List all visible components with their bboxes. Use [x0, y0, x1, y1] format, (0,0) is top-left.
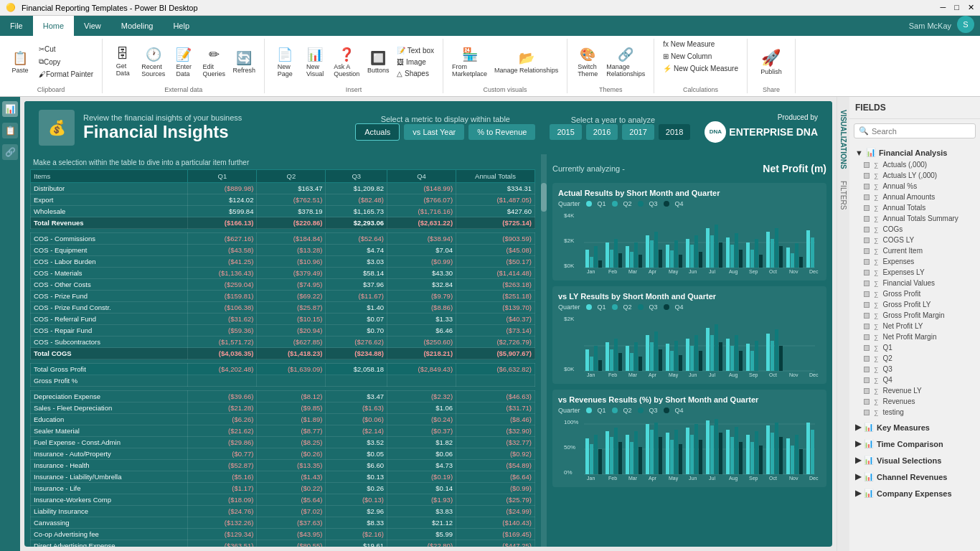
- switch-theme-button[interactable]: 🎨 SwitchTheme: [573, 45, 602, 79]
- new-quick-measure-button[interactable]: ⚡ New Quick Measure: [660, 63, 741, 74]
- table-row[interactable]: Education($6.26)($1.89)($0.06)($0.24)($8…: [31, 414, 535, 425]
- nav-report-icon[interactable]: 📊: [2, 101, 18, 117]
- field-group-header[interactable]: ▶📊Time Comparison: [855, 437, 974, 451]
- from-marketplace-button[interactable]: 🏪 FromMarketplace: [449, 45, 490, 79]
- image-button[interactable]: 🖼 Image: [394, 57, 437, 67]
- new-measure-button[interactable]: fx New Measure: [660, 39, 717, 50]
- tab-file[interactable]: File: [0, 16, 33, 36]
- tab-home[interactable]: Home: [33, 16, 74, 36]
- table-row[interactable]: Wholesale$599.84$378.19$1,165.73($1,716.…: [31, 206, 535, 217]
- table-row[interactable]: COS - Prize Fund Constr.($106.38)($25.87…: [31, 302, 535, 314]
- table-row[interactable]: COS - Labor Burden($41.25)($10.96)$3.03(…: [31, 256, 535, 268]
- year-2017-btn[interactable]: 2017: [622, 124, 654, 140]
- paste-button[interactable]: 📋 Paste: [6, 49, 34, 75]
- get-data-button[interactable]: 🗄 GetData: [108, 45, 137, 78]
- list-item[interactable]: ∑Q3: [855, 364, 974, 375]
- table-row[interactable]: COS - Subcontractors($1,571.72)($627.85)…: [31, 336, 535, 348]
- list-item[interactable]: ∑testing: [855, 407, 974, 418]
- copy-button[interactable]: ⧉ Copy: [36, 56, 96, 67]
- list-item[interactable]: ∑Actuals (,000): [855, 159, 974, 170]
- search-input[interactable]: [872, 127, 971, 136]
- cut-button[interactable]: ✂ Cut: [36, 44, 96, 55]
- year-2018-btn[interactable]: 2018: [659, 124, 690, 140]
- tab-filters[interactable]: FILTERS: [837, 175, 850, 215]
- minimize-btn[interactable]: ─: [941, 3, 946, 12]
- list-item[interactable]: ∑Expenses LY: [855, 267, 974, 278]
- table-row[interactable]: COS - Referral Fund($31.62)($10.15)$0.07…: [31, 314, 535, 325]
- new-visual-button[interactable]: 📊 NewVisual: [301, 45, 329, 79]
- list-item[interactable]: ∑Q4: [855, 375, 974, 385]
- publish-button[interactable]: 🚀 Publish: [753, 47, 789, 77]
- list-item[interactable]: ∑Q1: [855, 342, 974, 353]
- ask-question-button[interactable]: ❓ Ask AQuestion: [331, 45, 362, 79]
- from-file-button[interactable]: 📂 Manage Relationships: [491, 49, 561, 75]
- table-row[interactable]: Liability Insurance($24.76)($7.02)$2.96$…: [31, 506, 535, 517]
- field-group-header[interactable]: ▼📊Financial Analysis: [855, 146, 974, 159]
- table-row[interactable]: Gross Profit %: [31, 375, 535, 387]
- list-item[interactable]: ∑Annual Totals: [855, 202, 974, 213]
- manage-relationships-button[interactable]: 🔗 ManageRelationships: [603, 45, 648, 79]
- list-item[interactable]: ∑Revenues: [855, 396, 974, 407]
- new-page-button[interactable]: 📄 NewPage: [270, 45, 299, 79]
- table-row[interactable]: Total Revenues($166.13)($220.86)$2,293.0…: [31, 217, 535, 229]
- metric-vsly-btn[interactable]: vs Last Year: [404, 124, 464, 140]
- list-item[interactable]: ∑Q2: [855, 353, 974, 364]
- table-row[interactable]: COS - Materials($1,136.43)($379.49)$58.1…: [31, 268, 535, 279]
- shapes-button[interactable]: △ Shapes: [394, 68, 437, 79]
- table-row[interactable]: Total Gross Profit($4,202.48)($1,639.09)…: [31, 364, 535, 375]
- field-group-header[interactable]: ▶📊Company Expenses: [855, 486, 974, 500]
- field-group-header[interactable]: ▶📊Channel Revenues: [855, 470, 974, 484]
- table-row[interactable]: Sales - Fleet Depreciation($21.28)($9.85…: [31, 402, 535, 414]
- table-row[interactable]: Direct Advertising Expense($363.51)($80.…: [31, 540, 535, 547]
- table-row[interactable]: Insurance - Health($52.87)($13.35)$6.60$…: [31, 460, 535, 471]
- table-row[interactable]: Canvassing($132.26)($37.63)$8.33$21.12($…: [31, 517, 535, 529]
- field-group-header[interactable]: ▶📊Key Measures: [855, 420, 974, 434]
- table-row[interactable]: COS - Commissions($627.16)($184.84)($52.…: [31, 233, 535, 245]
- table-row[interactable]: COS - Repair Fund($59.36)($20.94)$0.70$6…: [31, 325, 535, 336]
- list-item[interactable]: ∑Gross Profit: [855, 288, 974, 299]
- table-row[interactable]: Distributor($889.98)$163.47$1,209.82($14…: [31, 183, 535, 194]
- close-btn[interactable]: ✕: [968, 3, 974, 12]
- list-item[interactable]: ∑COGS LY: [855, 235, 974, 245]
- table-row[interactable]: Sealer Material($21.62)($8.77)($2.14)($0…: [31, 425, 535, 437]
- list-item[interactable]: ∑Annual Totals Summary: [855, 213, 974, 224]
- recent-sources-button[interactable]: 🕐 RecentSources: [138, 45, 168, 79]
- list-item[interactable]: ∑Financial Values: [855, 278, 974, 288]
- list-item[interactable]: ∑Net Profit LY: [855, 321, 974, 331]
- list-item[interactable]: ∑Expenses: [855, 256, 974, 267]
- nav-model-icon[interactable]: 🔗: [2, 144, 18, 160]
- list-item[interactable]: ∑Annual %s: [855, 181, 974, 192]
- metric-pct-btn[interactable]: % to Revenue: [468, 124, 535, 140]
- format-painter-button[interactable]: 🖌 Format Painter: [36, 69, 96, 80]
- text-box-button[interactable]: 📝 Text box: [394, 45, 437, 56]
- list-item[interactable]: ∑Gross Profit Margin: [855, 310, 974, 321]
- table-row[interactable]: Insurance - Auto/Property($0.77)($0.26)$…: [31, 448, 535, 460]
- nav-data-icon[interactable]: 📋: [2, 123, 18, 138]
- year-2016-btn[interactable]: 2016: [586, 124, 618, 140]
- list-item[interactable]: ∑COGs: [855, 224, 974, 235]
- metric-actuals-btn[interactable]: Actuals: [355, 123, 400, 141]
- table-row[interactable]: Insurance - Life($1.17)($0.22)$0.26$0.14…: [31, 483, 535, 494]
- tab-view[interactable]: View: [74, 16, 111, 36]
- table-row[interactable]: COS - Equipment($43.58)($13.28)$4.74$7.0…: [31, 245, 535, 256]
- table-row[interactable]: Depreciation Expense($39.66)($8.12)$3.47…: [31, 391, 535, 402]
- field-group-header[interactable]: ▶📊Visual Selections: [855, 453, 974, 467]
- edit-queries-button[interactable]: ✏ EditQueries: [199, 45, 228, 79]
- list-item[interactable]: ∑Gross Profit LY: [855, 299, 974, 310]
- table-scrollbar[interactable]: [541, 154, 547, 547]
- refresh-button[interactable]: 🔄 Refresh: [230, 49, 258, 75]
- maximize-btn[interactable]: □: [954, 3, 959, 12]
- tab-help[interactable]: Help: [163, 16, 199, 36]
- year-2015-btn[interactable]: 2015: [550, 124, 581, 140]
- table-row[interactable]: Insurance-Workers Comp($18.09)($5.64)($0…: [31, 494, 535, 506]
- list-item[interactable]: ∑Actuals LY (,000): [855, 170, 974, 181]
- list-item[interactable]: ∑Net Profit Margin: [855, 331, 974, 342]
- enter-data-button[interactable]: 📝 EnterData: [169, 45, 198, 79]
- list-item[interactable]: ∑Annual Amounts: [855, 192, 974, 202]
- tab-modeling[interactable]: Modeling: [111, 16, 164, 36]
- table-row[interactable]: Fuel Expense - Const.Admin($29.86)($8.25…: [31, 437, 535, 448]
- table-row[interactable]: Insurance - Liability/Umbrella($5.16)($1…: [31, 471, 535, 483]
- table-row[interactable]: Total COGS($4,036.35)($1,418.23)($234.88…: [31, 348, 535, 359]
- new-column-button[interactable]: ⊞ New Column: [660, 51, 715, 62]
- tab-visualizations[interactable]: VISUALIZATIONS: [837, 104, 850, 175]
